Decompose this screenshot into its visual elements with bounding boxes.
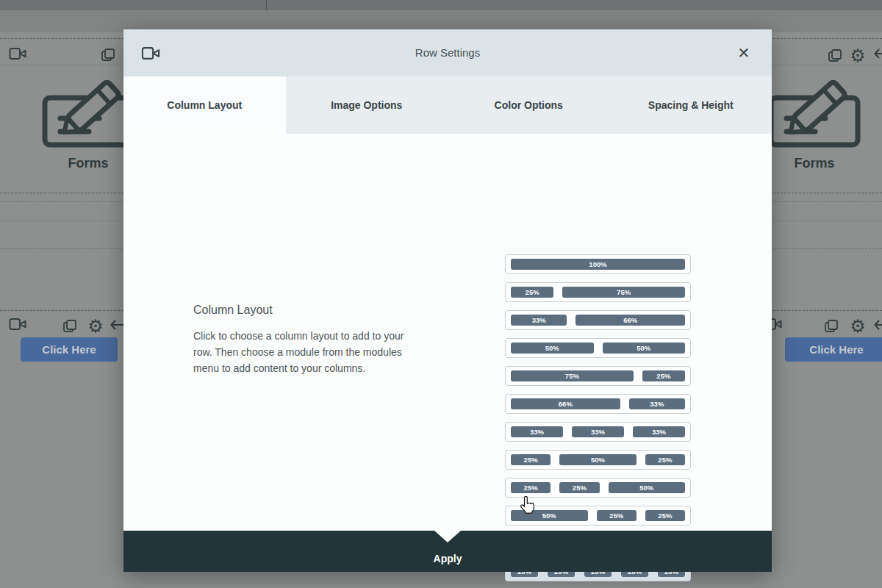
column-width-bar: 25% bbox=[511, 454, 551, 465]
column-width-bar: 33% bbox=[633, 426, 685, 437]
row-settings-dialog: Row Settings ✕ Column Layout Image Optio… bbox=[123, 29, 772, 572]
column-width-bar: 25% bbox=[642, 370, 685, 381]
column-width-bar: 25% bbox=[511, 482, 551, 493]
move-arrow-icon bbox=[110, 320, 125, 332]
apply-notch-pointer bbox=[434, 531, 461, 542]
forms-module-icon bbox=[40, 78, 136, 152]
column-width-bar: 25% bbox=[645, 454, 685, 465]
layout-option-25-75[interactable]: 25%75% bbox=[505, 282, 691, 302]
column-width-bar: 50% bbox=[603, 343, 686, 354]
gear-icon: ⚙ bbox=[849, 316, 867, 337]
column-width-bar: 33% bbox=[572, 426, 624, 437]
column-width-bar: 25% bbox=[511, 287, 553, 298]
dialog-header: Row Settings ✕ bbox=[123, 29, 772, 76]
column-width-bar: 25% bbox=[559, 482, 599, 493]
forms-module-label: Forms bbox=[44, 156, 132, 171]
dialog-content: Column Layout Click to choose a column l… bbox=[123, 134, 772, 531]
column-width-bar: 25% bbox=[597, 510, 637, 521]
top-strip-divider bbox=[266, 0, 267, 10]
move-arrow-icon bbox=[874, 49, 882, 61]
column-width-bar: 100% bbox=[511, 259, 685, 270]
section-heading: Column Layout bbox=[193, 304, 273, 317]
click-here-button: Click Here bbox=[785, 337, 882, 362]
layout-option-25-25-50[interactable]: 25%25%50% bbox=[505, 478, 691, 498]
video-camera-icon bbox=[9, 318, 26, 333]
layout-option-33-66[interactable]: 33%66% bbox=[505, 310, 691, 330]
duplicate-icon bbox=[62, 318, 78, 337]
duplicate-icon bbox=[823, 318, 839, 337]
column-width-bar: 33% bbox=[511, 426, 563, 437]
layout-option-66-33[interactable]: 66%33% bbox=[505, 394, 691, 414]
layout-option-33-33-33[interactable]: 33%33%33% bbox=[505, 422, 691, 442]
layout-option-75-25[interactable]: 75%25% bbox=[505, 366, 691, 386]
section-description: Click to choose a column layout to add t… bbox=[193, 328, 408, 376]
tab-color-options[interactable]: Color Options bbox=[448, 76, 610, 134]
tab-image-options[interactable]: Image Options bbox=[286, 76, 448, 134]
layout-option-100[interactable]: 100% bbox=[505, 254, 691, 274]
column-width-bar: 25% bbox=[645, 510, 685, 521]
dialog-tabbar: Column Layout Image Options Color Option… bbox=[123, 76, 772, 134]
duplicate-icon bbox=[100, 47, 116, 65]
column-width-bar: 75% bbox=[511, 370, 634, 381]
dialog-title: Row Settings bbox=[123, 46, 772, 59]
layout-option-25-50-25[interactable]: 25%50%25% bbox=[505, 450, 691, 470]
tab-spacing-height[interactable]: Spacing & Height bbox=[610, 76, 772, 134]
forms-module-label: Forms bbox=[770, 156, 858, 171]
column-width-bar: 50% bbox=[511, 343, 594, 354]
column-width-bar: 50% bbox=[609, 482, 686, 493]
gear-icon: ⚙ bbox=[87, 316, 104, 337]
column-width-bar: 33% bbox=[511, 315, 567, 326]
gear-icon: ⚙ bbox=[849, 46, 867, 66]
column-width-bar: 33% bbox=[629, 398, 685, 409]
column-width-bar: 75% bbox=[562, 287, 685, 298]
tab-column-layout[interactable]: Column Layout bbox=[123, 76, 286, 134]
duplicate-icon bbox=[827, 48, 843, 66]
hand-cursor-icon bbox=[520, 496, 535, 517]
video-camera-icon bbox=[9, 47, 26, 62]
move-arrow-icon bbox=[874, 320, 882, 332]
close-icon[interactable]: ✕ bbox=[735, 44, 753, 62]
click-here-button: Click Here bbox=[21, 337, 118, 362]
column-width-bar: 66% bbox=[576, 315, 685, 326]
forms-module-icon bbox=[767, 78, 862, 152]
browser-top-strip bbox=[0, 0, 882, 10]
column-width-bar: 50% bbox=[559, 454, 637, 465]
layout-option-50-50[interactable]: 50%50% bbox=[505, 338, 691, 358]
column-width-bar: 66% bbox=[511, 398, 620, 409]
apply-button-label: Apply bbox=[123, 553, 772, 564]
